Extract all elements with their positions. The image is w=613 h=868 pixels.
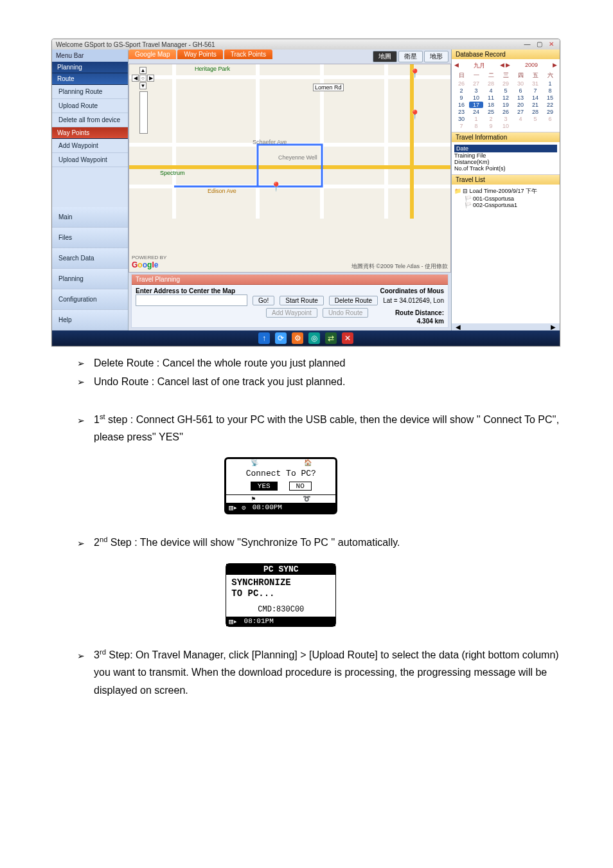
nav-main[interactable]: Main bbox=[52, 207, 128, 228]
go-button[interactable]: Go! bbox=[253, 296, 274, 305]
nav-upload-route[interactable]: Upload Route bbox=[52, 99, 128, 113]
strip-icon-3[interactable]: ⚙ bbox=[292, 332, 303, 344]
device-no-button[interactable]: NO bbox=[289, 482, 312, 491]
cal-prev-icon[interactable]: ◀ bbox=[454, 62, 459, 70]
nav-help[interactable]: Help bbox=[52, 310, 128, 330]
delete-route-button[interactable]: Delete Route bbox=[329, 296, 378, 305]
strip-icon-4[interactable]: ◎ bbox=[308, 332, 320, 344]
info-points: No.of Track Point(s) bbox=[454, 165, 506, 172]
scroll-right-icon[interactable]: ▶ bbox=[551, 323, 556, 330]
step-3: 3rd Step: On Travel Manager, click [Plan… bbox=[94, 646, 562, 699]
map-mode-map[interactable]: 地圖 bbox=[373, 51, 397, 62]
heritage-park-label: Heritage Park bbox=[193, 66, 231, 72]
tab-track-points[interactable]: Track Points bbox=[224, 50, 272, 59]
add-waypoint-button[interactable]: Add Waypoint bbox=[266, 308, 317, 318]
section-route[interactable]: Route bbox=[52, 73, 128, 85]
maximize-icon[interactable]: ▢ bbox=[535, 41, 544, 48]
nav-delete-all[interactable]: Delete all from device bbox=[52, 113, 128, 127]
section-planning-header[interactable]: Planning bbox=[52, 62, 128, 73]
window-title: Welcome GSport to GS-Sport Travel Manage… bbox=[56, 41, 215, 48]
google-logo: POWERED BY Google bbox=[132, 255, 166, 269]
step-list-2: 2nd Step : The device will show ''Synchr… bbox=[77, 534, 562, 552]
nav-configuration[interactable]: Configuration bbox=[52, 289, 128, 310]
planning-title: Travel Planning bbox=[132, 275, 448, 285]
travel-list-tree[interactable]: ⊟ Load Time-2009/9/17 下午 001-Gssportusa … bbox=[452, 185, 560, 323]
tree-leaf-2[interactable]: 002-Gssportusa1 bbox=[473, 202, 517, 208]
edison-label: Edison Ave bbox=[206, 188, 238, 194]
nav-planning-bottom[interactable]: Planning bbox=[52, 269, 128, 289]
cal-prev2-icon[interactable]: ◀ ▶ bbox=[500, 62, 511, 70]
window-controls: — ▢ ✕ bbox=[521, 41, 556, 48]
sync-line1: SYNCHRONIZE bbox=[231, 577, 290, 588]
nav-planning-route[interactable]: Planning Route bbox=[52, 85, 128, 99]
bullet-list: Delete Route : Cancel the whole route yo… bbox=[77, 354, 562, 392]
spectrum-label: Spectrum bbox=[159, 170, 186, 176]
menubar-label: Menu Bar bbox=[52, 50, 128, 62]
strip-icon-1[interactable]: ↑ bbox=[258, 332, 270, 344]
nav-search-data[interactable]: Search Data bbox=[52, 248, 128, 269]
coords-label: Coordinates of Mous bbox=[380, 287, 444, 294]
sync-cmd: CMD:830C00 bbox=[226, 602, 335, 617]
strip-icon-6[interactable]: ✕ bbox=[342, 332, 353, 344]
schaefer-label: Schaefer Ave bbox=[251, 139, 288, 145]
section-waypoints-header[interactable]: Way Points bbox=[52, 127, 128, 139]
map-attribution: 地圖資料 ©2009 Tele Atlas - 使用條款 bbox=[351, 262, 448, 271]
undo-route-button[interactable]: Undo Route bbox=[323, 308, 368, 318]
step-list-3: 3rd Step: On Travel Manager, click [Plan… bbox=[77, 646, 562, 699]
map-pan-zoom[interactable]: ▲ ◀○▶ ▼ bbox=[132, 67, 155, 134]
planning-bar: Travel Planning Enter Address to Center … bbox=[131, 274, 449, 328]
titlebar: Welcome GSport to GS-Sport Travel Manage… bbox=[52, 39, 560, 50]
minimize-icon[interactable]: — bbox=[522, 41, 531, 48]
nav-files[interactable]: Files bbox=[52, 228, 128, 248]
close-icon[interactable]: ✕ bbox=[547, 41, 556, 48]
cheyenne-label: Cheyenne Well bbox=[277, 154, 319, 161]
cal-month: 九月 bbox=[474, 62, 485, 70]
device-connect-pc: 📡 🏠 Connect To PC? YES NO ⚑ ➰ ▥▸ ⊙ 08:00… bbox=[224, 457, 337, 514]
sat-icon: 📡 bbox=[251, 459, 258, 467]
flag-icon: ⚑ bbox=[251, 495, 255, 503]
address-input[interactable] bbox=[136, 294, 247, 306]
scroll-left-icon[interactable]: ◀ bbox=[456, 323, 461, 330]
strip-icon-2[interactable]: ⟳ bbox=[275, 332, 287, 344]
start-route-button[interactable]: Start Route bbox=[280, 296, 324, 305]
sync-line2: TO PC... bbox=[231, 588, 274, 599]
map-panel: Google Map Way Points Track Points 地圖 衛星… bbox=[129, 50, 451, 330]
bullet-undo-route: Undo Route : Cancel last of one track yo… bbox=[94, 373, 345, 392]
home-icon: 🏠 bbox=[304, 459, 312, 467]
tab-google-map[interactable]: Google Map bbox=[129, 50, 176, 59]
map-marker-green-icon[interactable]: 📍 bbox=[409, 109, 420, 120]
strip-icon-5[interactable]: ⇄ bbox=[325, 332, 337, 344]
loop-icon: ➰ bbox=[303, 495, 310, 503]
sync-title: PC SYNC bbox=[226, 564, 335, 575]
sidebar: Menu Bar Planning Route Planning Route U… bbox=[52, 50, 129, 330]
address-label: Enter Address to Center the Map bbox=[136, 287, 235, 294]
map-tabs: Google Map Way Points Track Points bbox=[129, 50, 274, 59]
cal-next-icon[interactable]: ▶ bbox=[553, 62, 557, 70]
lomen-label: Lomen Rd bbox=[313, 84, 344, 91]
info-date-label: Date bbox=[456, 145, 468, 152]
tree-root[interactable]: Load Time-2009/9/17 下午 bbox=[470, 188, 538, 194]
device-yes-button[interactable]: YES bbox=[251, 482, 278, 491]
map-canvas[interactable]: ▲ ◀○▶ ▼ Heritage Park Spectrum Schaefer … bbox=[129, 64, 451, 273]
app-window: Welcome GSport to GS-Sport Travel Manage… bbox=[51, 39, 560, 347]
map-marker-blue-icon[interactable]: 📍 bbox=[271, 181, 281, 192]
bottom-icon-strip: ↑ ⟳ ⚙ ◎ ⇄ ✕ bbox=[52, 330, 560, 346]
battery-icon-2: ▥▸ bbox=[229, 617, 237, 626]
info-distance: Distance(Km) bbox=[454, 159, 490, 165]
info-training: Training File bbox=[454, 152, 486, 159]
calendar[interactable]: ◀ 九月 ◀ ▶ 2009 ▶ 日一二三四五六26272829303112345… bbox=[452, 59, 560, 132]
coords-value: Lat = 34.012649, Lon bbox=[383, 297, 444, 304]
map-mode-terrain[interactable]: 地形 bbox=[424, 51, 449, 62]
cal-year: 2009 bbox=[525, 62, 538, 70]
map-mode-sat[interactable]: 衛星 bbox=[398, 51, 423, 62]
tab-way-points[interactable]: Way Points bbox=[177, 50, 222, 59]
info-panel: Date Training File Distance(Km) No.of Tr… bbox=[452, 142, 560, 175]
tree-leaf-1[interactable]: 001-Gssportusa bbox=[473, 195, 514, 202]
db-record-title: Database Record bbox=[452, 50, 560, 59]
nav-upload-waypoint[interactable]: Upload Waypoint bbox=[52, 153, 128, 167]
right-rail: Database Record ◀ 九月 ◀ ▶ 2009 ▶ 日一二三四五六2… bbox=[451, 50, 560, 330]
nav-add-waypoint[interactable]: Add Waypoint bbox=[52, 139, 128, 153]
device-top-icons: 📡 🏠 bbox=[226, 459, 335, 467]
map-marker-orange-icon[interactable]: 📍 bbox=[409, 68, 420, 78]
route-dist-label: Route Distance: bbox=[395, 309, 444, 316]
